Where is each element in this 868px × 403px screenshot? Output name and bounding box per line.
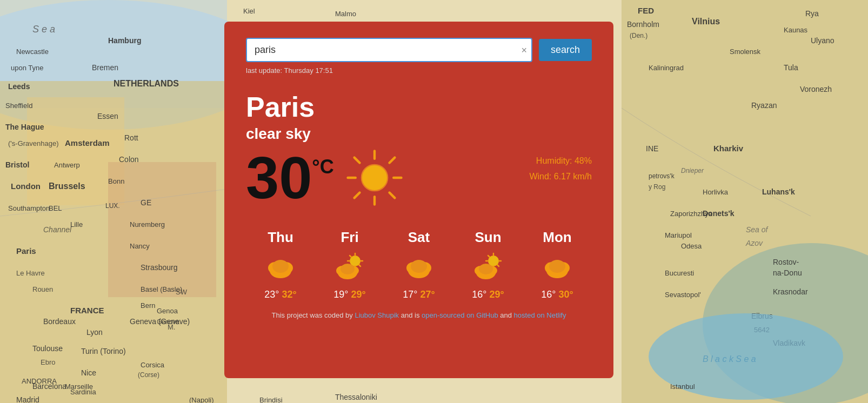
svg-text:Le Havre: Le Havre	[16, 269, 45, 277]
svg-text:Bristol: Bristol	[5, 160, 29, 169]
svg-text:Lille: Lille	[70, 220, 83, 229]
svg-text:Antwerp: Antwerp	[54, 161, 80, 169]
svg-text:Channel: Channel	[43, 225, 72, 234]
svg-text:The Hague: The Hague	[5, 123, 44, 131]
city-search-input[interactable]	[246, 38, 532, 62]
forecast-day-name-sat: Sat	[408, 229, 430, 246]
svg-text:Tula: Tula	[784, 63, 798, 72]
svg-point-147	[549, 260, 565, 273]
svg-text:upon Tyne: upon Tyne	[11, 64, 43, 72]
weather-card: × search last update: Thursday 17:51 Par…	[224, 22, 613, 378]
search-row: × search	[246, 38, 592, 62]
forecast-row: Thu 23° 32° Fri	[246, 224, 592, 300]
forecast-max-sun: 29°	[490, 289, 504, 300]
search-button[interactable]: search	[539, 39, 592, 61]
svg-text:S e a: S e a	[32, 24, 55, 35]
svg-text:Malmo: Malmo	[335, 10, 356, 18]
temperature-area: 30 °C	[246, 148, 404, 207]
svg-text:Newcastle: Newcastle	[16, 48, 49, 56]
forecast-min-thu: 23°	[264, 289, 282, 300]
footer-text-middle: and is	[399, 311, 422, 319]
svg-point-128	[340, 264, 355, 274]
svg-text:Lyon: Lyon	[86, 328, 103, 337]
svg-text:Colon: Colon	[119, 155, 139, 164]
forecast-day-thu: Thu 23° 32°	[263, 229, 298, 300]
svg-text:Amsterdam: Amsterdam	[65, 138, 110, 147]
temperature-unit: °C	[312, 156, 333, 178]
svg-text:Thessaloniki: Thessaloniki	[335, 393, 377, 401]
svg-text:Brussels: Brussels	[49, 182, 85, 191]
temperature-value: 30	[246, 148, 312, 207]
svg-line-124	[359, 265, 360, 266]
svg-text:Bucuresti: Bucuresti	[665, 269, 694, 277]
svg-text:INE: INE	[646, 144, 658, 153]
forecast-day-name-sun: Sun	[475, 229, 501, 246]
svg-text:Hamburg: Hamburg	[108, 36, 141, 45]
svg-text:NETHERLANDS: NETHERLANDS	[113, 79, 179, 88]
current-weather-row: 30 °C Humidity:	[246, 148, 592, 207]
svg-text:Nice: Nice	[81, 368, 96, 377]
forecast-day-name-fri: Fri	[340, 229, 358, 246]
svg-text:Rya: Rya	[805, 9, 819, 18]
forecast-day-name-mon: Mon	[543, 229, 571, 246]
svg-line-109	[389, 158, 395, 163]
forecast-temps-thu: 23° 32°	[264, 289, 296, 300]
svg-text:Nancy: Nancy	[130, 242, 150, 250]
forecast-temps-fri: 19° 29°	[333, 289, 365, 300]
forecast-min-sat: 17°	[403, 289, 420, 300]
clear-search-button[interactable]: ×	[521, 45, 527, 55]
footer-netlify-link[interactable]: hosted on Netlify	[514, 311, 566, 319]
svg-point-143	[479, 264, 493, 274]
svg-text:FRANCE: FRANCE	[70, 306, 104, 315]
forecast-day-fri: Fri 19° 29°	[332, 229, 367, 300]
footer-text-end: and	[498, 311, 514, 319]
svg-line-108	[389, 193, 395, 198]
svg-text:Kharkiv: Kharkiv	[713, 144, 744, 153]
sun-weather-icon	[345, 148, 404, 207]
svg-text:Southampton: Southampton	[8, 204, 50, 212]
svg-text:Voronezh: Voronezh	[800, 85, 832, 93]
svg-text:Dnieper: Dnieper	[681, 167, 704, 174]
svg-text:Istanbul: Istanbul	[670, 382, 695, 391]
svg-text:Vilnius: Vilnius	[692, 17, 720, 26]
svg-text:Leeds: Leeds	[8, 82, 30, 91]
svg-text:BEL: BEL	[49, 204, 62, 212]
svg-text:Bornholm: Bornholm	[627, 20, 659, 29]
forecast-min-fri: 19°	[333, 289, 351, 300]
svg-text:Horlivka: Horlivka	[703, 188, 729, 196]
svg-text:Rouen: Rouen	[32, 285, 53, 293]
svg-text:Krasnodar: Krasnodar	[773, 287, 808, 296]
forecast-day-mon: Mon 16° 30°	[540, 229, 575, 300]
svg-text:Bremen: Bremen	[92, 63, 118, 72]
svg-text:Sardinia: Sardinia	[70, 388, 96, 396]
svg-text:(Napoli): (Napoli)	[189, 396, 214, 403]
svg-text:petrovs'k: petrovs'k	[649, 172, 675, 180]
forecast-day-name-thu: Thu	[268, 229, 293, 246]
svg-text:Genova: Genova	[157, 318, 179, 326]
city-name: Paris	[246, 91, 592, 123]
svg-text:Madrid: Madrid	[16, 395, 39, 403]
footer-author-link[interactable]: Liubov Shupik	[355, 311, 399, 319]
svg-text:Sea of: Sea of	[746, 225, 769, 234]
svg-text:Turin (Torino): Turin (Torino)	[81, 347, 126, 355]
forecast-icon-sun	[471, 250, 505, 285]
svg-text:y Rog: y Rog	[649, 183, 665, 191]
svg-line-139	[497, 265, 499, 266]
svg-text:Kaunas: Kaunas	[784, 26, 808, 34]
svg-text:SW: SW	[176, 288, 188, 296]
svg-text:Paris: Paris	[16, 246, 36, 256]
forecast-max-sat: 27°	[420, 289, 435, 300]
svg-text:('s-Gravenhage): ('s-Gravenhage)	[8, 139, 59, 147]
wind-text: Wind: 6.17 km/h	[529, 169, 592, 185]
svg-line-138	[488, 256, 490, 257]
forecast-min-mon: 16°	[541, 289, 558, 300]
forecast-temps-sun: 16° 29°	[472, 289, 504, 300]
svg-text:Rott: Rott	[124, 133, 138, 142]
svg-text:Barcelona: Barcelona	[32, 382, 66, 391]
forecast-temps-mon: 16° 30°	[541, 289, 573, 300]
footer-github-link[interactable]: open-sourced on GitHub	[422, 311, 498, 319]
svg-text:Odesa: Odesa	[681, 242, 702, 250]
svg-point-117	[272, 260, 289, 273]
svg-text:(Den.): (Den.)	[630, 32, 647, 39]
svg-text:Smolensk: Smolensk	[730, 48, 761, 56]
